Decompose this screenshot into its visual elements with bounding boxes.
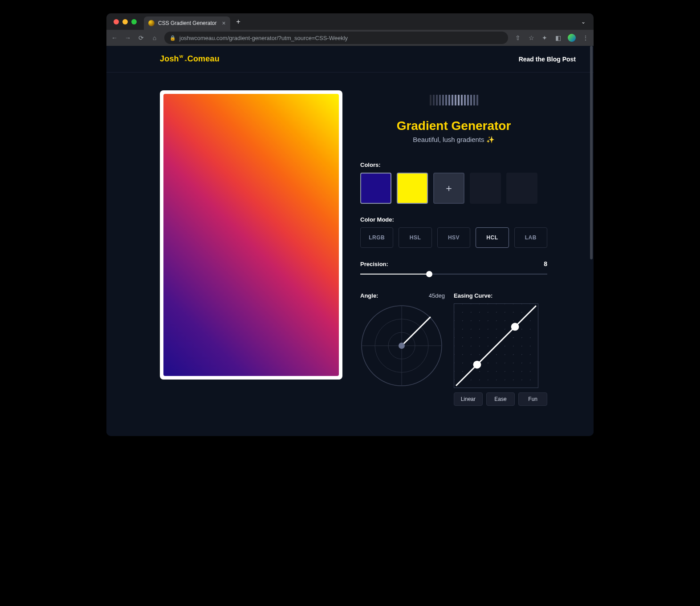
easing-label: Easing Curve: [454,292,547,299]
easing-handle-2 [511,323,519,331]
angle-label: Angle: [360,292,378,299]
main: Gradient Generator Beautiful, lush gradi… [106,73,594,424]
app-subtitle: Beautiful, lush gradients ✨ [360,136,547,144]
panel-icon[interactable]: ◧ [554,34,562,41]
url-text: joshwcomeau.com/gradient-generator/?utm_… [179,35,348,41]
easing-curve-editor[interactable] [454,303,538,388]
logo-first: Josh [160,54,179,63]
logo-last: Comeau [187,54,220,63]
address-bar[interactable]: 🔒 joshwcomeau.com/gradient-generator/?ut… [164,32,508,44]
svg-line-7 [456,306,536,385]
browser-tab-strip: CSS Gradient Generator × + ⌄ [106,13,594,30]
color-swatch-empty-1 [470,173,501,204]
color-swatch-row: ＋ [360,173,547,204]
easing-presets: Linear Ease Fun [454,392,547,406]
back-icon[interactable]: ← [111,34,118,41]
precision-slider-fill [360,274,429,275]
gradient-preview [163,94,339,376]
site-logo[interactable]: JoshW⌃Comeau [160,54,220,64]
mode-lrgb[interactable]: LRGB [360,227,393,248]
color-swatch-1[interactable] [360,173,391,204]
minimize-window-button[interactable] [122,19,128,24]
scrollbar[interactable] [589,46,594,436]
close-window-button[interactable] [114,19,119,24]
precision-value: 8 [544,260,547,267]
browser-tab[interactable]: CSS Gradient Generator × [144,16,230,30]
mode-lab[interactable]: LAB [514,227,547,248]
svg-point-6 [399,343,405,349]
mode-hcl[interactable]: HCL [476,227,509,248]
easing-handle-1 [473,361,481,369]
browser-window: CSS Gradient Generator × + ⌄ ← → ⟳ ⌂ 🔒 j… [106,13,594,436]
reload-icon[interactable]: ⟳ [138,34,145,41]
plus-icon: ＋ [444,182,454,195]
window-controls [114,19,137,24]
app-title: Gradient Generator [360,119,547,133]
add-color-button[interactable]: ＋ [433,173,464,204]
mode-hsl[interactable]: HSL [399,227,431,248]
colors-label: Colors: [360,162,547,168]
easing-preset-fun[interactable]: Fun [518,392,547,406]
close-tab-icon[interactable]: × [222,20,225,27]
caret-icon: ⌃ [184,59,187,64]
site-header: JoshW⌃Comeau Read the Blog Post [106,46,594,73]
lock-icon: 🔒 [170,35,176,41]
gradient-preview-frame [160,90,342,380]
chevron-down-icon[interactable]: ⌄ [577,19,590,25]
decorative-bars-icon [360,95,547,105]
color-swatch-2[interactable] [397,173,428,204]
scrollbar-thumb[interactable] [590,46,593,259]
share-icon[interactable]: ⇧ [514,34,521,41]
read-blog-link[interactable]: Read the Blog Post [519,56,576,63]
maximize-window-button[interactable] [131,19,137,24]
favicon-icon [148,20,155,26]
menu-icon[interactable]: ⋮ [582,34,589,41]
bookmark-icon[interactable]: ☆ [528,34,535,41]
extensions-icon[interactable]: ✦ [541,34,548,41]
color-swatch-empty-2 [506,173,537,204]
color-mode-row: LRGB HSL HSV HCL LAB [360,227,547,248]
home-icon[interactable]: ⌂ [151,34,158,41]
precision-slider[interactable] [360,274,547,275]
angle-value: 45deg [429,292,445,299]
logo-w: W [179,54,183,59]
easing-preset-linear[interactable]: Linear [454,392,483,406]
tab-title: CSS Gradient Generator [158,20,216,26]
mode-hsv[interactable]: HSV [437,227,470,248]
svg-line-5 [402,317,430,346]
color-mode-label: Color Mode: [360,216,547,223]
precision-slider-thumb[interactable] [426,271,432,277]
angle-dial[interactable] [360,304,443,387]
page: JoshW⌃Comeau Read the Blog Post Gradient… [106,46,594,436]
forward-icon[interactable]: → [124,34,131,41]
profile-avatar[interactable] [568,34,576,42]
controls-column: Gradient Generator Beautiful, lush gradi… [360,90,547,406]
browser-toolbar: ← → ⟳ ⌂ 🔒 joshwcomeau.com/gradient-gener… [106,30,594,46]
new-tab-button[interactable]: + [234,18,243,26]
easing-preset-ease[interactable]: Ease [486,392,515,406]
precision-label: Precision: [360,261,388,267]
